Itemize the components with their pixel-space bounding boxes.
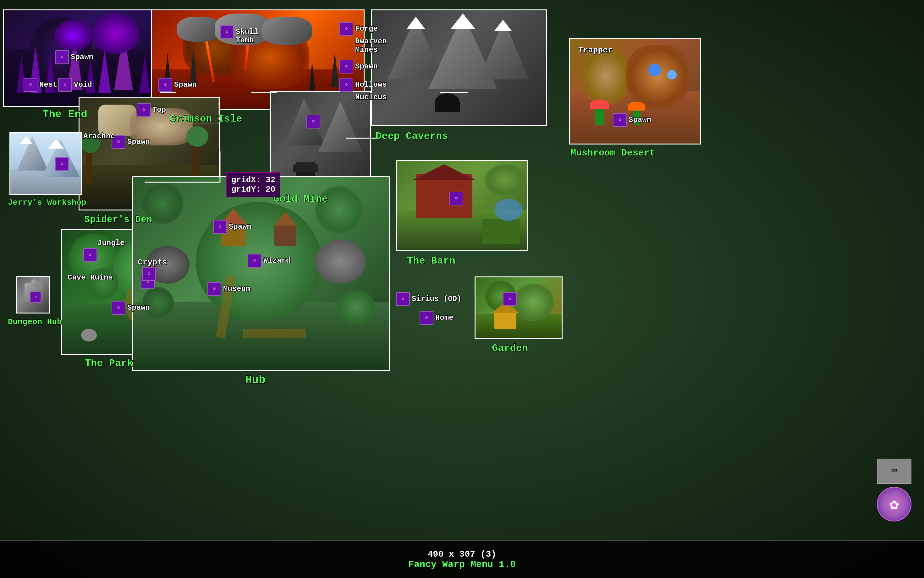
warp-home[interactable]: ⚬ <box>420 311 433 325</box>
garden-label: Garden <box>492 343 528 354</box>
spiders-den-label: Spider's Den <box>84 214 152 225</box>
hub-label: Hub <box>245 374 265 387</box>
void-label: Void <box>74 80 92 89</box>
the-park-label: The Park <box>85 357 133 369</box>
warp-crypts[interactable]: ⚬ <box>142 267 156 281</box>
crimson-isle-label: Crimson Isle <box>170 113 242 125</box>
the-end-label: The End <box>42 109 87 120</box>
nest-label: Nest <box>39 80 57 89</box>
spawn-end-label: Spawn <box>71 53 93 61</box>
warp-nest[interactable]: ⚬ <box>24 78 37 92</box>
warp-mushroom-spawn[interactable]: ⚬ <box>613 113 627 127</box>
jerrys-workshop-box[interactable] <box>10 132 82 195</box>
sidebar-swirl[interactable]: ✿ <box>877 487 911 521</box>
warp-crimson-spawn[interactable]: ⚬ <box>158 78 172 92</box>
warp-jungle[interactable]: ⚬ <box>83 248 97 262</box>
warp-sirius[interactable]: ⚬ <box>396 292 410 306</box>
dimensions-text: 490 x 307 (3) <box>428 549 496 559</box>
warp-gold-spawn[interactable]: ⚬ <box>306 115 320 128</box>
hub-box[interactable] <box>132 176 390 371</box>
gridx-text: gridX: 32 <box>231 175 275 185</box>
dungeon-hub-label: Dungeon Hub <box>8 317 62 327</box>
warp-wizard[interactable]: ⚬ <box>248 254 262 268</box>
dwarven-mines-label: DwarvenMines <box>355 37 387 54</box>
warp-forge[interactable]: ⚬ <box>340 22 353 36</box>
fancy-warp-text: Fancy Warp Menu 1.0 <box>408 559 516 570</box>
mushroom-desert-label: Mushroom Desert <box>571 148 655 158</box>
sidebar-keyboard[interactable]: ⌨ <box>877 459 911 484</box>
warp-barn-spawn[interactable]: ⚬ <box>449 192 463 205</box>
garden-box[interactable] <box>475 276 563 339</box>
warp-jerry-spawn[interactable]: ⚬ <box>55 157 69 171</box>
forge-label: Forge <box>355 24 378 33</box>
bottom-bar: 490 x 307 (3) Fancy Warp Menu 1.0 <box>0 540 924 578</box>
spider-spawn-label: Spawn <box>127 138 150 146</box>
arachne-label: Arachne <box>83 132 115 140</box>
crypts-label: Crypts <box>138 258 167 267</box>
the-barn-label: The Barn <box>407 255 455 267</box>
home-label: Home <box>435 313 454 322</box>
museum-label: Museum <box>223 284 250 293</box>
sirius-label: Sirius (OD) <box>412 295 461 303</box>
warp-hollows[interactable]: ⚬ <box>340 78 353 92</box>
warp-void[interactable]: ⚬ <box>58 78 72 92</box>
skull-tomb-label: SkullTomb <box>236 28 258 45</box>
hollows-label: Hollows <box>355 80 387 89</box>
deep-caverns-label: Deep Caverns <box>376 130 448 142</box>
hub-spawn-label: Spawn <box>229 222 251 231</box>
grid-tooltip: gridX: 32 gridY: 20 <box>226 172 280 197</box>
jerrys-workshop-label: Jerry's Workshop <box>8 198 86 207</box>
warp-park-spawn[interactable]: ⚬ <box>112 301 125 315</box>
warp-garden-spawn[interactable]: ⚬ <box>503 292 517 306</box>
mushroom-spawn-label: Spawn <box>629 115 651 124</box>
warp-hub-spawn[interactable]: ⚬ <box>213 220 227 234</box>
dc-spawn-label: Spawn <box>355 62 378 71</box>
top-label: Top <box>153 106 166 114</box>
map-container: ⚬ Spawn ⚬ Nest ⚬ Void The End ⚬ Sku <box>0 0 924 578</box>
gridy-text: gridY: 20 <box>231 185 275 194</box>
warp-top[interactable]: ⚬ <box>137 103 151 117</box>
warp-dc-spawn[interactable]: ⚬ <box>340 60 353 73</box>
cave-ruins-label: Cave Ruins <box>68 273 113 282</box>
gold-mine-label: Gold Mine <box>273 193 328 205</box>
crimson-spawn-label: Spawn <box>174 80 197 89</box>
warp-spawn-end[interactable]: ⚬ <box>55 50 69 64</box>
wizard-label: Wizard <box>264 257 290 265</box>
trapper-label: Trapper <box>578 45 613 55</box>
warp-skull-tomb[interactable]: ⚬ <box>220 25 234 39</box>
jungle-label: Jungle <box>98 239 124 247</box>
warp-dungeon[interactable]: ⚬ <box>30 292 41 303</box>
deep-caverns-box[interactable] <box>371 10 547 126</box>
park-spawn-label: Spawn <box>127 304 150 312</box>
warp-museum[interactable]: ⚬ <box>207 282 221 296</box>
nucleus-label: Nucleus <box>355 93 387 101</box>
the-barn-box[interactable] <box>396 160 528 251</box>
gold-mine-box[interactable] <box>270 91 371 188</box>
